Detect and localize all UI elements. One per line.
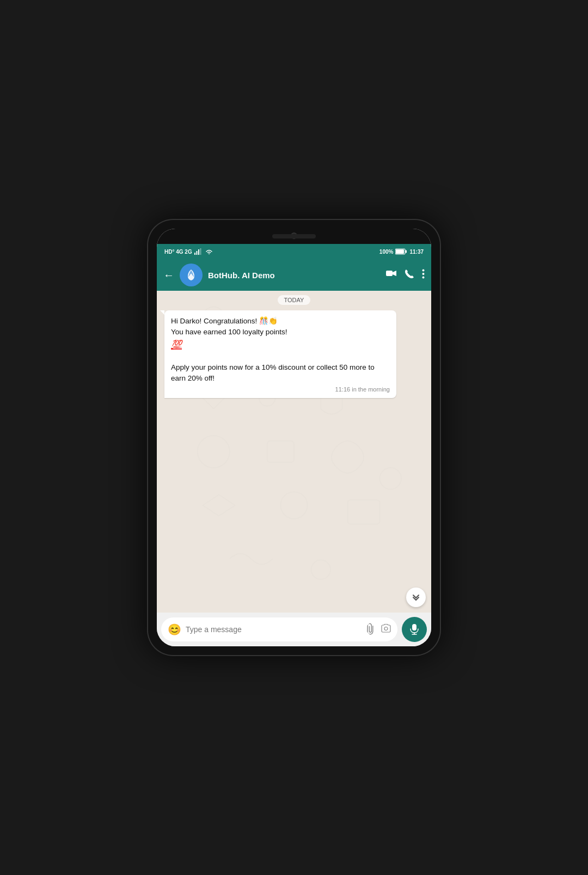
message-text: Hi Darko! Congratulations! 🎊👏 You have e…: [171, 316, 390, 384]
battery-icon: [395, 248, 407, 255]
signal-icon: [194, 248, 203, 255]
message-input[interactable]: [186, 625, 363, 634]
svg-rect-0: [194, 253, 195, 255]
mic-button[interactable]: [402, 617, 427, 642]
header-info: BotHub. AI Demo: [208, 271, 381, 280]
contact-name: BotHub. AI Demo: [208, 271, 381, 280]
status-network: HD° 4G 2G: [164, 249, 192, 255]
svg-rect-8: [386, 271, 393, 276]
svg-rect-1: [196, 251, 197, 255]
video-call-icon[interactable]: [386, 270, 397, 280]
input-wrapper: 😊: [161, 617, 397, 641]
phone-call-icon[interactable]: [405, 269, 414, 281]
svg-rect-2: [198, 249, 199, 255]
message-bubble: Hi Darko! Congratulations! 🎊👏 You have e…: [164, 310, 396, 398]
svg-point-10: [422, 273, 425, 275]
chat-area: TODAY Hi Darko! Congratulations! 🎊👏 You …: [157, 291, 431, 613]
wifi-icon: [205, 249, 213, 255]
phone-frame: HD° 4G 2G 100%: [147, 219, 441, 656]
status-bar: HD° 4G 2G 100%: [157, 244, 431, 259]
header-icons: [386, 269, 425, 281]
message-line2: You have earned 100 loyalty points!: [171, 328, 287, 336]
emoji-100: 💯: [171, 340, 182, 349]
attach-button[interactable]: [364, 622, 380, 638]
speaker: [272, 234, 316, 238]
date-badge-text: TODAY: [278, 295, 311, 305]
message-line1: Hi Darko! Congratulations! 🎊👏: [171, 317, 278, 325]
status-right: 100% 11:37: [379, 248, 424, 255]
avatar: [180, 264, 203, 286]
bothub-logo-icon: [182, 266, 200, 284]
svg-point-9: [422, 270, 425, 272]
chat-header: ← BotHub. AI Demo: [157, 259, 431, 291]
phone-inner: HD° 4G 2G 100%: [157, 229, 431, 646]
emoji-button[interactable]: 😊: [168, 623, 181, 636]
video-icon-svg: [386, 270, 397, 278]
avatar-inner: [180, 264, 203, 286]
paperclip-icon: [364, 622, 378, 635]
svg-rect-5: [406, 250, 407, 253]
clock: 11:37: [409, 249, 424, 255]
phone-icon-svg: [405, 269, 414, 279]
svg-rect-23: [412, 624, 416, 631]
svg-rect-6: [396, 249, 404, 254]
chat-content: TODAY Hi Darko! Congratulations! 🎊👏 You …: [157, 291, 431, 613]
svg-point-11: [422, 277, 425, 279]
phone-top-bar: [157, 229, 431, 244]
microphone-icon: [410, 624, 419, 635]
battery-level: 100%: [379, 249, 394, 255]
more-options-icon[interactable]: [422, 269, 425, 281]
status-left: HD° 4G 2G: [164, 248, 213, 255]
message-line3: Apply your points now for a 10% discount…: [171, 363, 375, 382]
chevron-down-icon: [412, 593, 420, 601]
camera-icon: [381, 624, 391, 633]
scroll-to-bottom-button[interactable]: [406, 588, 426, 607]
svg-rect-3: [200, 248, 201, 255]
message-timestamp: 11:16 in the morning: [171, 386, 390, 393]
camera-button[interactable]: [381, 624, 391, 635]
back-button[interactable]: ←: [163, 269, 174, 282]
date-badge: TODAY: [162, 295, 426, 305]
dots-icon-svg: [422, 269, 425, 279]
svg-point-22: [384, 627, 388, 630]
input-bar: 😊: [157, 613, 431, 646]
